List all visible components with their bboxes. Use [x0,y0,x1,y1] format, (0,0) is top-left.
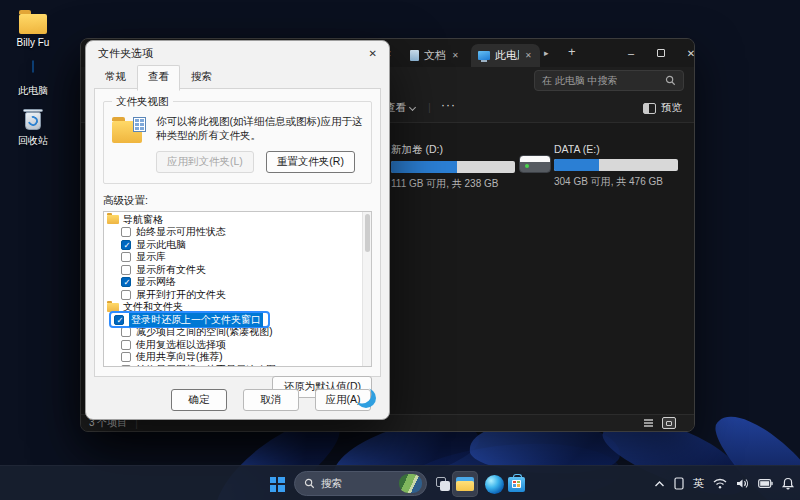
system-tray: 英 [654,466,794,500]
advanced-setting-item[interactable]: 始终显示可用性状态 [104,226,361,239]
checkbox-icon[interactable] [114,315,124,325]
setting-label: 登录时还原上一个文件夹窗口 [129,313,263,327]
drive-detail: 111 GB 可用, 共 238 GB [391,177,521,191]
chevron-down-icon [409,103,416,110]
search-icon [304,478,315,489]
more-options-button[interactable]: ··· [441,98,456,112]
desktop-icon-this-pc[interactable]: 此电脑 [4,55,62,98]
ok-button[interactable]: 确定 [171,389,227,411]
reset-folders-button[interactable]: 重置文件夹(R) [266,151,355,173]
checkbox-icon[interactable] [121,265,131,275]
apply-to-folders-button[interactable]: 应用到文件夹(L) [156,151,254,173]
dialog-close-icon[interactable]: ✕ [369,48,377,59]
details-view-toggle[interactable] [641,417,655,429]
notifications-bell-icon[interactable] [782,477,794,490]
cancel-button[interactable]: 取消 [243,389,299,411]
show-hidden-icons-chevron[interactable] [654,480,665,488]
scrollbar-thumb[interactable] [365,214,370,252]
drive-name: 新加卷 (D:) [391,143,521,157]
checkbox-icon[interactable] [121,365,131,368]
minimize-button[interactable]: – [616,39,646,67]
desktop-icon-label: 回收站 [4,134,62,148]
advanced-setting-item[interactable]: 使用复选框以选择项 [104,338,361,351]
view-tab-page: 文件夹视图 你可以将此视图(如详细信息或图标)应用于这种类型的所有文件夹。 应用… [94,88,381,377]
advanced-setting-item[interactable]: 始终显示图标，从不显示缩略图 [104,363,361,367]
checkbox-icon[interactable] [121,290,131,300]
tab-view[interactable]: 查看 [137,65,180,91]
drive-item-e[interactable]: DATA (E:) 304 GB 可用, 共 476 GB [554,143,684,189]
checkbox-icon[interactable] [121,227,131,237]
dialog-title-bar: 文件夹选项 ✕ [86,41,389,65]
dialog-footer: 确定 取消 应用(A) [171,389,371,411]
advanced-setting-item[interactable]: 展开到打开的文件夹 [104,288,361,301]
search-placeholder: 在 此电脑 中搜索 [542,74,665,88]
advanced-setting-item[interactable]: 显示网络 [104,276,361,289]
checkbox-icon[interactable] [121,240,131,250]
tab-label: 此电脑 [495,48,519,63]
preview-pane-icon [643,103,656,114]
maximize-icon [657,49,665,57]
advanced-setting-item[interactable]: 使用共享向导(推荐) [104,351,361,364]
crescent-decoration [354,386,378,410]
tab-search[interactable]: 搜索 [180,65,223,90]
file-explorer-icon [456,477,474,491]
advanced-setting-item[interactable]: 显示所有文件夹 [104,263,361,276]
advanced-setting-item[interactable]: 显示此电脑 [104,238,361,251]
advanced-settings-list[interactable]: 导航窗格始终显示可用性状态显示此电脑显示库显示所有文件夹显示网络展开到打开的文件… [103,211,372,367]
advanced-setting-item[interactable]: 登录时还原上一个文件夹窗口 [104,313,361,326]
drive-name: DATA (E:) [554,143,684,155]
group-folder-icon [107,215,119,224]
volume-icon[interactable] [736,478,749,489]
maximize-button[interactable] [646,39,676,67]
drive-item-d[interactable]: 新加卷 (D:) 111 GB 可用, 共 238 GB [391,143,521,191]
tab-close-icon[interactable]: ✕ [451,51,460,60]
computer-icon [20,61,46,81]
document-icon [410,50,419,61]
list-scrollbar[interactable] [362,212,371,366]
store-icon [508,477,525,492]
ime-language-indicator[interactable]: 英 [693,476,704,491]
folder-icon [19,14,47,34]
folder-view-icon [112,117,146,143]
folder-options-dialog: 文件夹选项 ✕ 常规 查看 搜索 文件夹视图 你可以将此视图(如详细信息或图标)… [85,40,390,420]
taskbar-store-button[interactable] [503,471,529,497]
dialog-tabs: 常规 查看 搜索 [86,65,389,90]
checkbox-icon[interactable] [121,252,131,262]
task-view-icon [436,477,450,491]
tab-close-icon[interactable]: ✕ [524,51,533,60]
highlight-annotation-box: 登录时还原上一个文件夹窗口 [109,311,270,328]
preview-label: 预览 [661,101,682,115]
taskbar-search-input[interactable]: 搜索 [294,471,427,496]
advanced-setting-item[interactable]: 导航窗格 [104,213,361,226]
desktop-icon-billy-fu[interactable]: Billy Fu [4,8,62,48]
new-tab-button[interactable]: + [568,44,576,59]
battery-icon[interactable] [758,479,773,488]
explorer-search-input[interactable]: 在 此电脑 中搜索 [534,70,684,91]
recycle-bin-icon [23,107,43,131]
icons-view-toggle[interactable] [662,417,676,429]
folder-views-group: 文件夹视图 你可以将此视图(如详细信息或图标)应用于这种类型的所有文件夹。 应用… [103,101,372,184]
advanced-settings-label: 高级设置: [103,194,372,208]
tab-scroll-icon[interactable]: ▸ [544,48,549,58]
folder-views-description: 你可以将此视图(如详细信息或图标)应用于这种类型的所有文件夹。 [156,114,363,142]
tab-documents[interactable]: 文档 ✕ [403,44,467,67]
windows-logo-icon [270,477,285,492]
drive-capacity-bar [391,161,515,173]
taskbar-file-explorer-button[interactable] [452,471,478,497]
start-button[interactable] [264,471,290,497]
checkbox-icon[interactable] [121,340,131,350]
checkbox-icon[interactable] [121,277,131,287]
close-button[interactable]: ✕ [676,39,695,67]
checkbox-icon[interactable] [121,327,131,337]
group-legend: 文件夹视图 [112,95,173,109]
drive-detail: 304 GB 可用, 共 476 GB [554,175,684,189]
tab-general[interactable]: 常规 [94,65,137,90]
wifi-icon[interactable] [713,478,727,489]
preview-toggle[interactable]: 预览 [643,101,682,115]
device-icon[interactable] [674,477,684,490]
desktop-icon-recycle-bin[interactable]: 回收站 [4,105,62,148]
advanced-setting-item[interactable]: 显示库 [104,251,361,264]
tab-this-pc[interactable]: 此电脑 ✕ [471,44,540,67]
checkbox-icon[interactable] [121,352,131,362]
drive-capacity-bar [554,159,678,171]
